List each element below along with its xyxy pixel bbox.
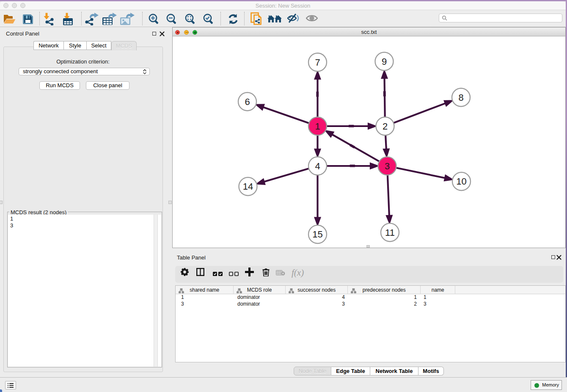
svg-text:8: 8 <box>458 92 463 103</box>
svg-text:4: 4 <box>315 161 320 171</box>
svg-text:10: 10 <box>456 176 466 187</box>
svg-text:9: 9 <box>382 56 387 67</box>
svg-text:1: 1 <box>315 121 320 132</box>
svg-text:7: 7 <box>315 57 320 68</box>
svg-text:14: 14 <box>243 181 253 192</box>
svg-text:11: 11 <box>385 227 395 238</box>
svg-text:2: 2 <box>383 121 388 132</box>
svg-text:15: 15 <box>312 229 322 240</box>
svg-text:6: 6 <box>245 97 250 107</box>
svg-text:3: 3 <box>385 161 390 171</box>
